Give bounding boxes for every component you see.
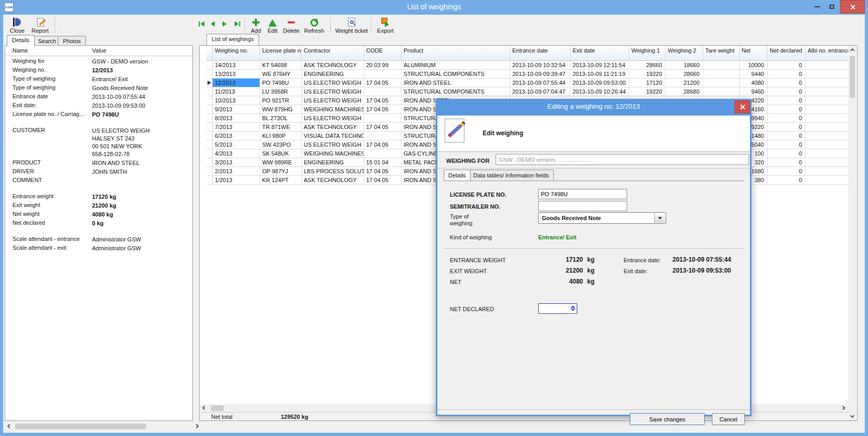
row-selector[interactable]: [206, 176, 213, 185]
grid-cell[interactable]: 2013-10-09 10:26:44: [571, 87, 629, 96]
grid-cell[interactable]: 2013-10-09 11:21:19: [571, 70, 629, 79]
grid-cell[interactable]: [806, 70, 853, 79]
grid-cell[interactable]: STRUCTURAL COMPONENTS: [401, 70, 510, 79]
grid-cell[interactable]: 13/2013: [213, 70, 260, 79]
grid-cell[interactable]: ASK TECHNOLOGY: [302, 123, 364, 132]
grid-cell[interactable]: WW 879HG: [260, 105, 302, 114]
row-selector[interactable]: [206, 79, 213, 87]
grid-cell[interactable]: 0: [768, 87, 806, 96]
grid-row[interactable]: 14/2013KT 54698ASK TECHNOLOGY20 03 99ALU…: [206, 61, 853, 70]
row-selector[interactable]: [206, 70, 213, 79]
grid-column-header[interactable]: Net: [740, 46, 768, 60]
grid-cell[interactable]: LBS PROCESS SOLUTION: [302, 167, 364, 176]
scroll-up-icon[interactable]: [849, 47, 856, 54]
grid-cell[interactable]: US ELECTRO WEIGH: [302, 79, 364, 87]
grid-row[interactable]: 13/2013WE 876HYENGINEERINGSTRUCTURAL COM…: [206, 70, 853, 79]
nav-next-button[interactable]: [223, 21, 227, 27]
row-selector[interactable]: [206, 114, 213, 123]
row-selector[interactable]: [206, 87, 213, 96]
grid-cell[interactable]: [703, 70, 740, 79]
net-declared-input[interactable]: [538, 303, 577, 314]
grid-column-header[interactable]: Tare weight: [703, 46, 740, 60]
grid-cell[interactable]: 8/2013: [213, 114, 260, 123]
grid-cell[interactable]: 2013-10-09 10:32:54: [510, 61, 571, 70]
grid-cell[interactable]: ASK TECHNOLOGY: [302, 176, 364, 185]
grid-cell[interactable]: [806, 176, 853, 185]
row-selector[interactable]: [206, 167, 213, 176]
grid-cell[interactable]: KT 54698: [260, 61, 302, 70]
dialog-tab-data-tables[interactable]: Data tables/ Information fields: [469, 170, 554, 181]
grid-cell[interactable]: [806, 61, 853, 70]
row-selector[interactable]: [206, 61, 213, 70]
grid-cell[interactable]: 7/2013: [213, 123, 260, 132]
grid-cell[interactable]: 0: [768, 114, 806, 123]
grid-cell[interactable]: LU 3958R: [260, 87, 302, 96]
grid-cell[interactable]: 6/2013: [213, 132, 260, 140]
grid-cell[interactable]: [806, 96, 853, 105]
grid-cell[interactable]: ENGINEERING: [302, 158, 364, 167]
grid-cell[interactable]: 17 04 05: [364, 176, 401, 185]
grid-cell[interactable]: 17 04 05: [364, 167, 401, 176]
nav-first-button[interactable]: [199, 21, 204, 27]
grid-cell[interactable]: OP 987YJ: [260, 167, 302, 176]
grid-cell[interactable]: 12/2013: [213, 79, 260, 87]
grid-column-header[interactable]: Weighing 1: [629, 46, 666, 60]
grid-cell[interactable]: 0: [768, 105, 806, 114]
grid-cell[interactable]: WEIGHING MACHINES: [302, 105, 364, 114]
maximize-button[interactable]: [825, 0, 838, 14]
grid-cell[interactable]: 10/2013: [213, 96, 260, 105]
row-selector[interactable]: [206, 140, 213, 149]
grid-cell[interactable]: WEIGHING MACHINES: [302, 149, 364, 158]
grid-cell[interactable]: 9/2013: [213, 105, 260, 114]
grid-cell[interactable]: 11/2013: [213, 87, 260, 96]
dialog-title[interactable]: Editing a weighing no: 12/2013: [436, 99, 752, 116]
grid-cell[interactable]: 0: [768, 140, 806, 149]
grid-column-header[interactable]: CODE: [364, 46, 401, 60]
grid-cell[interactable]: 10000: [740, 61, 768, 70]
delete-button[interactable]: Delete: [281, 16, 301, 34]
grid-column-header[interactable]: License plate no: [260, 46, 302, 60]
dialog-close-button[interactable]: [734, 100, 750, 113]
close-button[interactable]: Close: [8, 16, 27, 34]
grid-cell[interactable]: [703, 61, 740, 70]
grid-cell[interactable]: 17 04 05: [364, 79, 401, 87]
grid-cell[interactable]: 28660: [629, 61, 666, 70]
grid-cell[interactable]: 19220: [629, 87, 666, 96]
row-selector[interactable]: [206, 123, 213, 132]
grid-column-header[interactable]: Weighing no.: [213, 46, 260, 60]
report-button[interactable]: Report: [29, 16, 51, 34]
grid-cell[interactable]: US ELECTRO WEIGH: [302, 140, 364, 149]
grid-cell[interactable]: 20 03 99: [364, 61, 401, 70]
grid-cell[interactable]: 19220: [629, 70, 666, 79]
scroll-right-icon[interactable]: [839, 404, 847, 412]
grid-cell[interactable]: WE 876HY: [260, 70, 302, 79]
grid-cell[interactable]: 5/2013: [213, 140, 260, 149]
type-of-weighing-select[interactable]: Goods Received Note: [538, 212, 666, 224]
grid-cell[interactable]: [806, 132, 853, 140]
grid-cell[interactable]: 0: [768, 61, 806, 70]
titlebar[interactable]: GSW List of weighings: [0, 0, 868, 15]
grid-cell[interactable]: [806, 87, 853, 96]
grid-cell[interactable]: 28660: [666, 70, 703, 79]
grid-cell[interactable]: 2013-10-09 07:04:47: [510, 87, 571, 96]
grid-cell[interactable]: 18660: [666, 61, 703, 70]
grid-cell[interactable]: 4/2013: [213, 149, 260, 158]
save-changes-button[interactable]: Save changes: [630, 413, 705, 425]
grid-cell[interactable]: ALUMINIUM: [401, 61, 510, 70]
grid-cell[interactable]: US ELECTRO WEIGH: [302, 87, 364, 96]
grid-cell[interactable]: 2013-10-09 09:39:47: [510, 70, 571, 79]
scrollbar-thumb[interactable]: [15, 424, 146, 429]
grid-cell[interactable]: 3/2013: [213, 158, 260, 167]
grid-cell[interactable]: [364, 149, 401, 158]
row-selector[interactable]: [206, 149, 213, 158]
grid-cell[interactable]: 0: [768, 158, 806, 167]
row-selector[interactable]: [206, 132, 213, 140]
edit-button[interactable]: Edit: [265, 16, 280, 34]
grid-cell[interactable]: TR 871WE: [260, 123, 302, 132]
combo-dropdown-button[interactable]: [654, 213, 665, 223]
grid-cell[interactable]: 0: [768, 123, 806, 132]
details-hscrollbar[interactable]: [5, 422, 201, 430]
weight-ticket-button[interactable]: Weight ticket: [334, 16, 369, 34]
grid-column-header[interactable]: Exit date: [571, 46, 629, 60]
grid-column-header[interactable]: Albi no. entrance: [806, 46, 853, 60]
